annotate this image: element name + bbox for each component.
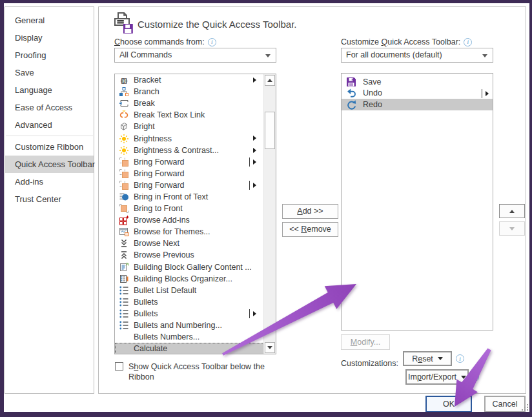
arrow-up-bar-icon [118,250,129,260]
command-row-browse-previous[interactable]: Browse Previous [115,249,276,261]
command-row-browse-next[interactable]: Browse Next [115,238,276,249]
scroll-down-button[interactable] [265,342,275,353]
break-link-icon [118,110,129,120]
qat-item-save[interactable]: Save [342,76,493,88]
sidebar-item-quick-access-toolbar[interactable]: Quick Access Toolbar [5,156,94,173]
customize-qat-dropdown[interactable]: For all documents (default) [341,48,493,63]
info-icon[interactable]: i [471,373,479,381]
themes-icon [118,227,129,237]
command-row-calculate[interactable]: Calculate [115,343,276,354]
command-label: Browse Previous [134,250,194,259]
window-border-top [0,0,532,3]
bullets-icon [118,285,129,296]
bring-forward-icon [118,180,129,190]
command-label: Bracket [134,76,161,85]
command-row-bullet-list-default[interactable]: Bullet List Default [115,285,276,296]
bullets-icon [118,320,129,331]
command-label: Bullets [134,298,158,307]
command-row-brightness-contrast[interactable]: Brightness & Contrast... [115,145,276,156]
sun-icon [118,145,129,156]
sidebar-item-add-ins[interactable]: Add-ins [5,173,94,190]
command-row-bring-to-front[interactable]: Bring to Front [115,203,276,214]
command-row-bullets[interactable]: Bullets [115,308,276,320]
qat-item-label: Undo [363,88,382,97]
window-border-right [529,0,532,417]
info-icon[interactable]: i [208,38,216,46]
command-row-building-block-gallery-content[interactable]: Building Block Gallery Content ... [115,261,276,273]
bullets-icon [118,309,129,319]
resize-grip[interactable] [522,404,528,411]
command-row-bright[interactable]: Bright [115,121,276,132]
quick-access-toolbar-icon [112,11,134,37]
sidebar-divider [6,136,93,136]
ok-button[interactable]: OK [425,396,472,412]
remove-button[interactable]: << Remove [282,222,338,237]
cube-icon [118,121,129,132]
triangle-down-icon [509,227,515,230]
command-row-bullets[interactable]: Bullets [115,296,276,308]
command-row-bring-forward[interactable]: Bring Forward [115,168,276,179]
scroll-up-button[interactable] [265,75,275,86]
sidebar-item-proofing[interactable]: Proofing [5,46,94,64]
command-label: Branch [134,87,159,96]
command-row-bring-forward[interactable]: Bring Forward [115,156,276,168]
sidebar-item-advanced[interactable]: Advanced [5,116,94,134]
command-label: Bring to Front [134,204,183,213]
sidebar-item-display[interactable]: Display [5,29,94,46]
qat-item-redo[interactable]: Redo [342,99,493,110]
bullets-icon [118,297,129,307]
modify-button[interactable]: Modify... [341,334,390,350]
sidebar-item-ease-of-access[interactable]: Ease of Access [5,99,94,116]
command-row-break[interactable]: Break [115,97,276,109]
command-row-bracket[interactable]: {()}Bracket [115,74,276,86]
command-label: Browse Add-ins [134,216,190,225]
commands-scrollbar[interactable] [263,74,276,354]
checkbox-unchecked-icon[interactable] [115,362,123,371]
command-label: Bullets Numbers... [134,332,200,341]
move-up-button[interactable] [499,204,525,218]
command-row-break-text-box-link[interactable]: Break Text Box Link [115,109,276,121]
command-row-browse-for-themes[interactable]: Browse for Themes... [115,226,276,238]
sidebar-item-trust-center[interactable]: Trust Center [5,190,94,208]
move-down-button[interactable] [499,221,525,236]
submenu-arrow-icon [253,159,256,165]
submenu-separator [482,89,482,98]
command-row-brightness[interactable]: Brightness [115,132,276,144]
reset-button[interactable]: Reset [403,351,452,366]
front-of-text-icon [118,192,129,202]
sidebar-item-customize-ribbon[interactable]: Customize Ribbon [5,138,94,156]
sidebar-item-save[interactable]: Save [5,64,94,81]
command-row-bring-forward[interactable]: Bring Forward [115,179,276,191]
customizations-label: Customizations: [341,359,398,368]
bracket-icon: {()} [118,75,129,85]
command-label: Building Block Gallery Content ... [134,263,252,272]
show-qat-below-ribbon-checkbox[interactable]: Show Quick Access Toolbar below the Ribb… [115,361,267,382]
import-export-button[interactable]: Import/Export [405,369,469,385]
scrollbar-thumb[interactable] [265,112,275,149]
sidebar-item-general[interactable]: General [5,12,94,29]
submenu-arrow-icon [253,183,256,188]
choose-commands-dropdown[interactable]: All Commands [114,48,276,63]
bring-to-front-icon [118,203,129,214]
command-row-bring-in-front-of-text[interactable]: Bring in Front of Text [115,191,276,203]
command-label: Bullets and Numbering... [134,321,222,330]
window-border-bottom [0,412,532,417]
quick-access-toolbar-page: Customize the Quick Access Toolbar. Choo… [98,6,526,394]
command-row-branch[interactable]: Branch [115,86,276,97]
redo-icon [345,99,356,110]
command-row-bullets-and-numbering[interactable]: Bullets and Numbering... [115,320,276,331]
command-row-browse-add-ins[interactable]: Browse Add-ins [115,214,276,226]
add-button[interactable]: Add >> [282,204,338,219]
info-icon[interactable]: i [464,38,472,46]
command-label: Bright [134,122,155,131]
command-label: Bring in Front of Text [134,192,208,201]
cancel-button[interactable]: Cancel [484,396,526,412]
command-row-bullets-numbers[interactable]: Bullets Numbers... [115,331,276,343]
command-row-building-blocks-organizer[interactable]: Building Blocks Organizer... [115,273,276,285]
qat-item-undo[interactable]: Undo [342,88,493,99]
window-border-left [0,0,4,417]
sidebar-item-language[interactable]: Language [5,81,94,99]
info-icon[interactable]: i [456,354,464,363]
save-icon [345,77,356,87]
command-label: Bring Forward [134,169,185,178]
